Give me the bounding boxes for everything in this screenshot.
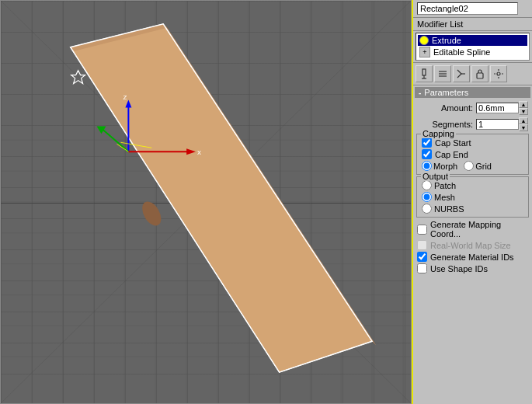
cut-button[interactable] <box>453 65 470 82</box>
pin-button[interactable] <box>416 65 433 82</box>
generate-mapping-checkbox[interactable] <box>417 225 427 235</box>
use-shape-ids-checkbox[interactable] <box>417 263 427 273</box>
output-group: Output Patch Mesh NURBS <box>416 176 529 218</box>
svg-marker-35 <box>97 126 106 134</box>
amount-spin-up[interactable]: ▲ <box>519 101 528 108</box>
lock-button[interactable] <box>471 65 489 82</box>
right-panel: Modifier List Extrude + Editable Spline <box>412 0 532 404</box>
parameters-title: Parameters <box>424 88 468 97</box>
real-world-map-row: Real-World Map Size <box>415 239 530 251</box>
stack-button[interactable] <box>434 65 451 82</box>
parameters-section: - Parameters Amount: ▲ ▼ Segments: ▲ ▼ C… <box>413 85 532 404</box>
grid-label[interactable]: Grid <box>464 161 492 171</box>
svg-line-41 <box>116 144 128 152</box>
modifier-stack: Extrude + Editable Spline <box>416 33 530 61</box>
capping-label: Capping <box>421 129 456 138</box>
mesh-radio[interactable] <box>422 192 432 202</box>
generate-material-checkbox[interactable] <box>417 252 427 262</box>
capping-type-row: Morph Grid <box>419 160 526 172</box>
modifier-item-editable-spline[interactable]: + Editable Spline <box>418 46 527 58</box>
cap-start-checkbox[interactable] <box>422 138 432 148</box>
generate-mapping-label: Generate Mapping Coord... <box>430 220 528 239</box>
use-shape-ids-label: Use Shape IDs <box>430 264 488 273</box>
patch-radio[interactable] <box>422 180 432 190</box>
svg-point-50 <box>497 72 500 75</box>
object-name-bar <box>413 0 532 18</box>
grid-radio[interactable] <box>464 161 474 171</box>
real-world-map-checkbox <box>417 240 427 250</box>
amount-spinner: ▲ ▼ <box>519 101 528 115</box>
amount-label: Amount: <box>417 103 473 113</box>
cap-end-checkbox[interactable] <box>422 149 432 159</box>
use-shape-ids-row: Use Shape IDs <box>415 263 530 274</box>
svg-text:z: z <box>123 92 127 101</box>
amount-input[interactable] <box>476 103 519 113</box>
nurbs-label: NURBS <box>434 204 464 214</box>
patch-label: Patch <box>434 181 456 190</box>
morph-radio[interactable] <box>422 161 432 171</box>
viewport-3d[interactable]: z x <box>0 0 412 404</box>
nurbs-radio[interactable] <box>422 204 432 214</box>
generate-mapping-row: Generate Mapping Coord... <box>415 219 530 239</box>
extrude-bulb <box>419 36 429 45</box>
cap-end-row: Cap End <box>419 148 526 160</box>
segments-spinner: ▲ ▼ <box>519 117 528 131</box>
segments-input[interactable] <box>476 119 519 130</box>
mesh-row: Mesh <box>419 191 526 203</box>
editable-spline-icon: + <box>419 47 430 57</box>
segments-label: Segments: <box>417 120 473 129</box>
cap-start-label: Cap Start <box>435 138 471 148</box>
collapse-icon: - <box>419 89 421 97</box>
modifier-item-extrude[interactable]: Extrude <box>418 35 527 46</box>
mesh-label: Mesh <box>434 193 455 202</box>
capping-group: Capping Cap Start Cap End Morph Grid <box>416 134 529 175</box>
modifier-list-label: Modifier List <box>413 18 532 31</box>
cap-start-row: Cap Start <box>419 137 526 148</box>
extrude-label: Extrude <box>432 36 461 45</box>
object-name-input[interactable] <box>417 2 518 15</box>
editable-spline-label: Editable Spline <box>433 47 490 57</box>
segments-spin-down[interactable]: ▼ <box>519 124 528 131</box>
amount-row: Amount: ▲ ▼ <box>415 100 530 116</box>
generate-material-row: Generate Material IDs <box>415 251 530 263</box>
amount-spin-down[interactable]: ▼ <box>519 108 528 115</box>
segments-spin-up[interactable]: ▲ <box>519 117 528 124</box>
output-label: Output <box>421 172 450 181</box>
generate-material-label: Generate Material IDs <box>430 252 514 262</box>
svg-point-30 <box>138 198 165 228</box>
svg-rect-42 <box>422 69 426 75</box>
patch-row: Patch <box>419 179 526 191</box>
modifier-toolbar <box>413 62 532 85</box>
parameters-header[interactable]: - Parameters <box>415 87 530 98</box>
svg-marker-26 <box>71 24 373 372</box>
nurbs-row: NURBS <box>419 203 526 214</box>
real-world-map-label: Real-World Map Size <box>430 241 511 250</box>
morph-label[interactable]: Morph <box>422 161 457 171</box>
cap-end-label: Cap End <box>435 150 468 159</box>
viewport-scene: z x <box>1 1 411 403</box>
svg-rect-49 <box>477 73 483 78</box>
configure-button[interactable] <box>490 65 507 82</box>
svg-text:x: x <box>197 148 201 156</box>
